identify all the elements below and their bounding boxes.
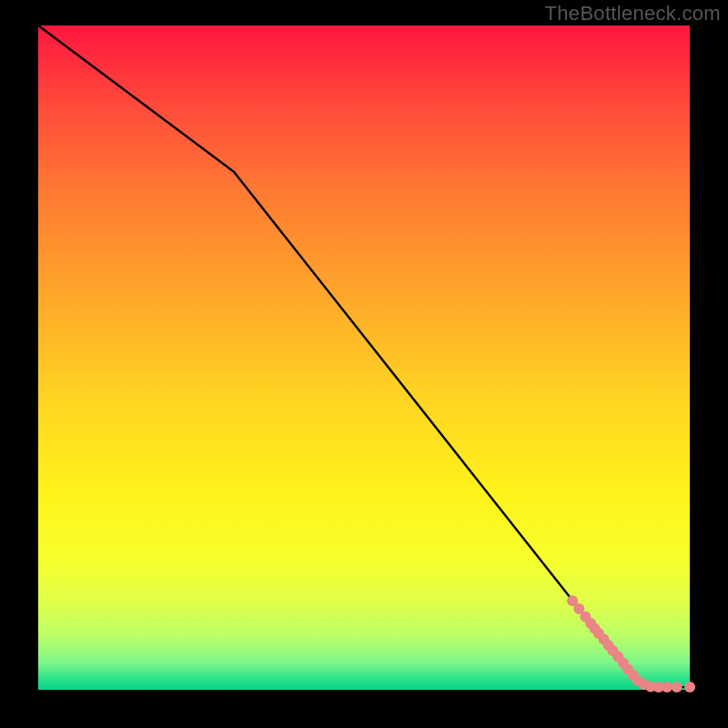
chart-line <box>38 25 690 687</box>
data-point <box>662 682 672 693</box>
chart-points <box>567 595 695 693</box>
watermark-text: TheBottleneck.com <box>545 2 721 25</box>
data-point <box>672 682 682 693</box>
data-point <box>684 682 695 693</box>
chart-overlay <box>38 25 690 690</box>
